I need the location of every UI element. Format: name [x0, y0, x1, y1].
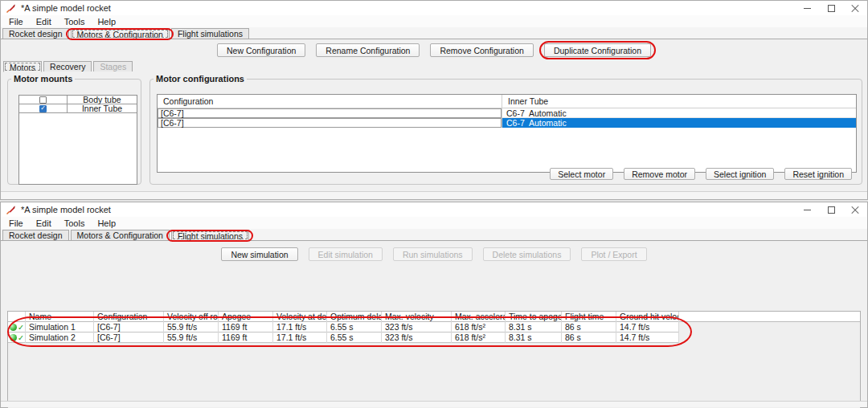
cell-ground-hit-velocity: 14.7 ft/s: [616, 333, 679, 343]
edit-simulation-button: Edit simulation: [309, 247, 383, 261]
close-icon: [851, 4, 859, 12]
close-button[interactable]: [843, 1, 867, 15]
duplicate-configuration-label: Duplicate Configuration: [554, 46, 641, 55]
column-header-inner-tube[interactable]: Inner Tube: [502, 95, 856, 108]
cell-velocity-off-rod: 55.9 ft/s: [164, 333, 219, 343]
minimize-button[interactable]: [795, 1, 819, 15]
minimize-icon: [804, 8, 811, 9]
mount-row-inner-tube[interactable]: ✓ Inner Tube: [19, 104, 137, 113]
menu-tools[interactable]: Tools: [58, 218, 92, 228]
column-header-ground-hit-velocity[interactable]: Ground hit velocity: [616, 312, 679, 322]
tab-rocket-design[interactable]: Rocket design: [2, 230, 69, 240]
remove-motor-button[interactable]: Remove motor: [624, 168, 695, 180]
flight-simulations-panel: New simulation Edit simulation Run simul…: [1, 241, 867, 407]
tab-rocket-design[interactable]: Rocket design: [2, 28, 69, 39]
tab-flight-simulations[interactable]: Flight simulations: [171, 230, 249, 241]
menu-edit[interactable]: Edit: [30, 17, 58, 27]
menu-bar: File Edit Tools Help: [1, 15, 867, 27]
menu-help[interactable]: Help: [91, 218, 122, 228]
delete-simulations-button: Delete simulations: [483, 247, 571, 261]
titlebar[interactable]: *A simple model rocket: [1, 202, 867, 217]
select-motor-button[interactable]: Select motor: [550, 168, 613, 180]
mount-name: Inner Tube: [68, 104, 137, 112]
reset-ignition-button[interactable]: Reset ignition: [784, 168, 852, 180]
checkbox-checked[interactable]: ✓: [39, 105, 47, 112]
tab-motors-configuration-label: Motors & Configuration: [77, 30, 163, 39]
menu-edit[interactable]: Edit: [30, 218, 58, 228]
rename-configuration-button[interactable]: Rename Configuration: [316, 43, 420, 57]
close-button[interactable]: [843, 202, 867, 217]
menu-tools[interactable]: Tools: [58, 17, 92, 27]
menu-help[interactable]: Help: [91, 17, 122, 27]
subtab-recovery[interactable]: Recovery: [43, 61, 92, 71]
window-bottom-edge: [1, 401, 867, 407]
restore-button[interactable]: [819, 202, 843, 217]
motor-mounts-group: Motor mounts Body tube ✓ Inner Tube: [7, 74, 141, 185]
menu-file[interactable]: File: [2, 218, 30, 228]
configuration-name-cell[interactable]: [C6-7]: [158, 108, 502, 118]
column-header-apogee[interactable]: Apogee: [219, 312, 273, 322]
cell-max-velocity: 323 ft/s: [382, 333, 452, 343]
simulation-row-2[interactable]: ✓ Simulation 2 [C6-7] 55.9 ft/s 1169 ft …: [8, 333, 679, 343]
subtab-bar: Motors Recovery Stages: [3, 60, 133, 71]
column-header-configuration[interactable]: Configuration: [158, 95, 502, 108]
status-ok-ball-icon: [10, 334, 17, 341]
restore-button[interactable]: [819, 1, 843, 15]
tab-motors-configuration[interactable]: Motors & Configuration: [71, 28, 170, 39]
motors-configuration-panel: New Configuration Rename Configuration R…: [1, 39, 867, 199]
configuration-row-1[interactable]: [C6-7] C6-7 Automatic: [158, 108, 856, 118]
screen: { "icons": { "check": "✓" }, "colors": {…: [0, 0, 868, 408]
column-header-time-to-apogee[interactable]: Time to apogee: [506, 312, 562, 322]
simulation-table: Name Configuration Velocity off rod Apog…: [7, 311, 861, 408]
minimize-button[interactable]: [795, 202, 819, 217]
cell-name: Simulation 1: [26, 322, 94, 333]
column-header-optimum-delay[interactable]: Optimum delay: [327, 312, 382, 322]
cell-time-to-apogee: 8.31 s: [506, 333, 562, 343]
window-controls: [795, 1, 867, 15]
simulation-table-header: Name Configuration Velocity off rod Apog…: [8, 312, 860, 322]
run-simulations-button: Run simulations: [393, 247, 473, 261]
column-header-max-velocity[interactable]: Max. velocity: [382, 312, 452, 322]
ignition-mode: Automatic: [529, 108, 567, 118]
column-header-max-acceleration[interactable]: Max. acceleration: [452, 312, 506, 322]
status-check-icon: ✓: [18, 323, 24, 333]
column-header-flight-time[interactable]: Flight time: [562, 312, 616, 322]
status-cell: ✓: [8, 333, 26, 343]
duplicate-configuration-button[interactable]: Duplicate Configuration: [544, 43, 651, 57]
new-simulation-button[interactable]: New simulation: [221, 247, 297, 261]
inner-tube-motor-cell[interactable]: C6-7 Automatic: [502, 108, 856, 118]
column-header-name[interactable]: Name: [26, 312, 94, 322]
subtab-motors[interactable]: Motors: [3, 61, 42, 72]
configuration-name-field: [C6-7]: [158, 108, 502, 118]
menu-bar: File Edit Tools Help: [1, 217, 867, 229]
cell-name: Simulation 2: [26, 333, 94, 343]
column-header-velocity-off-rod[interactable]: Velocity off rod: [164, 312, 219, 322]
configuration-row-2-selected[interactable]: [C6-7] C6-7 Automatic: [158, 118, 856, 128]
inner-tube-motor-cell-selected[interactable]: C6-7 Automatic: [502, 118, 856, 128]
select-ignition-button[interactable]: Select ignition: [706, 168, 774, 180]
cell-configuration: [C6-7]: [94, 322, 164, 333]
status-cell: ✓: [8, 322, 26, 333]
remove-configuration-button[interactable]: Remove Configuration: [430, 43, 533, 57]
cell-apogee: 1169 ft: [219, 322, 273, 333]
checkbox-unchecked[interactable]: [39, 96, 47, 104]
ignition-mode: Automatic: [529, 118, 567, 128]
window-flight-simulations: *A simple model rocket File Edit Tools H…: [0, 202, 868, 408]
titlebar[interactable]: *A simple model rocket: [1, 1, 867, 15]
new-configuration-button[interactable]: New Configuration: [217, 43, 305, 57]
configuration-name-cell[interactable]: [C6-7]: [158, 118, 502, 128]
menu-file[interactable]: File: [2, 17, 30, 27]
column-header-velocity-at-deployment[interactable]: Velocity at deplo...: [273, 312, 327, 322]
rocket-icon: [6, 205, 16, 215]
motor-configurations-table: Configuration Inner Tube [C6-7] C6-7 Aut…: [157, 94, 857, 173]
cell-max-acceleration: 618 ft/s²: [452, 322, 506, 333]
column-header-configuration[interactable]: Configuration: [94, 312, 164, 322]
motor-designation: C6-7: [506, 108, 529, 118]
tab-flight-simulations[interactable]: Flight simulations: [171, 28, 249, 39]
column-header-status[interactable]: [8, 312, 26, 322]
motor-mounts-table: Body tube ✓ Inner Tube: [18, 95, 137, 185]
minimize-icon: [804, 210, 811, 210]
simulation-row-1[interactable]: ✓ Simulation 1 [C6-7] 55.9 ft/s 1169 ft …: [8, 322, 679, 333]
cell-max-acceleration: 618 ft/s²: [452, 333, 506, 343]
tab-motors-configuration[interactable]: Motors & Configuration: [71, 230, 170, 240]
